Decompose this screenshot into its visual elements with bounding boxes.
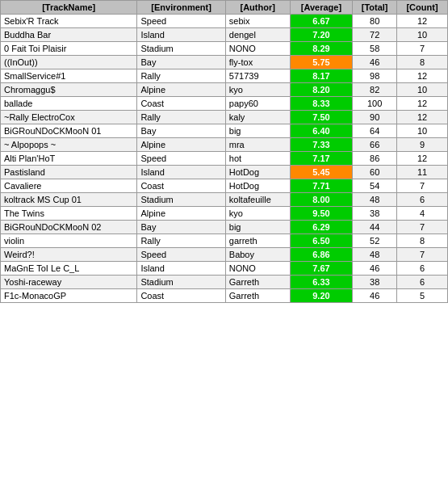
total: 98 [353, 69, 397, 83]
track-name: SmallService#1 [1, 69, 137, 83]
total: 72 [353, 28, 397, 42]
track-name: 0 Fait Toi Plaisir [1, 42, 137, 56]
author: papy60 [225, 97, 290, 111]
average: 5.75 [290, 56, 353, 69]
environment: Speed [137, 152, 225, 166]
column-header: [Total] [353, 1, 397, 15]
table-row: Alti Plan'HoTSpeedhot7.178612 [1, 152, 448, 166]
track-name: Buddha Bar [1, 28, 137, 42]
table-row: Weird?!SpeedBaboy6.86487 [1, 248, 448, 262]
average: 7.50 [290, 111, 353, 124]
table-row: The TwinsAlpinekyo9.50384 [1, 207, 448, 221]
environment: Alpine [137, 138, 225, 152]
table-row: Chromaggu$Alpinekyo8.208210 [1, 83, 448, 97]
average: 7.67 [290, 262, 353, 276]
environment: Stadium [137, 42, 225, 56]
count: 10 [397, 28, 448, 42]
table-row: ~Rally ElectroCoxRallykaly7.509012 [1, 111, 448, 124]
environment: Coast [137, 289, 225, 303]
author: Garreth [225, 276, 290, 289]
average: 6.50 [290, 234, 353, 248]
total: 44 [353, 221, 397, 234]
count: 7 [397, 221, 448, 234]
author: dengel [225, 28, 290, 42]
environment: Speed [137, 15, 225, 28]
average: 6.67 [290, 15, 353, 28]
count: 11 [397, 166, 448, 179]
table-row: ~ Alpopops ~Alpinemra7.33669 [1, 138, 448, 152]
table-row: koltrack MS Cup 01Stadiumkoltafeuille8.0… [1, 193, 448, 207]
track-name: koltrack MS Cup 01 [1, 193, 137, 207]
environment: Stadium [137, 193, 225, 207]
author: kyo [225, 207, 290, 221]
table-row: CavaliereCoastHotDog7.71547 [1, 179, 448, 193]
track-name: Sebix'R Track [1, 15, 137, 28]
table-row: BiGRouNDoCKMooN 02Baybig6.29447 [1, 221, 448, 234]
total: 38 [353, 276, 397, 289]
total: 64 [353, 124, 397, 138]
author: NONO [225, 42, 290, 56]
table-row: MaGnE ToI Le C_LIslandNONO7.67466 [1, 262, 448, 276]
track-name: Yoshi-raceway [1, 276, 137, 289]
author: 571739 [225, 69, 290, 83]
track-name: violin [1, 234, 137, 248]
author: Baboy [225, 248, 290, 262]
count: 6 [397, 262, 448, 276]
author: sebix [225, 15, 290, 28]
table-row: balladeCoastpapy608.3310012 [1, 97, 448, 111]
total: 66 [353, 138, 397, 152]
author: big [225, 221, 290, 234]
environment: Speed [137, 248, 225, 262]
total: 52 [353, 234, 397, 248]
table-row: F1c-MonacoGPCoastGarreth9.20465 [1, 289, 448, 303]
average: 6.33 [290, 276, 353, 289]
total: 80 [353, 15, 397, 28]
count: 7 [397, 42, 448, 56]
count: 10 [397, 124, 448, 138]
average: 6.40 [290, 124, 353, 138]
environment: Coast [137, 97, 225, 111]
environment: Bay [137, 124, 225, 138]
average: 7.17 [290, 152, 353, 166]
track-name: F1c-MonacoGP [1, 289, 137, 303]
author: HotDog [225, 166, 290, 179]
track-name: Cavaliere [1, 179, 137, 193]
author: kaly [225, 111, 290, 124]
count: 10 [397, 83, 448, 97]
table-row: violinRallygarreth6.50528 [1, 234, 448, 248]
column-header: [Author] [225, 1, 290, 15]
average: 9.50 [290, 207, 353, 221]
count: 4 [397, 207, 448, 221]
track-name: Weird?! [1, 248, 137, 262]
table-row: Sebix'R TrackSpeedsebix6.678012 [1, 15, 448, 28]
track-name: Pastisland [1, 166, 137, 179]
track-name: The Twins [1, 207, 137, 221]
count: 6 [397, 193, 448, 207]
total: 46 [353, 56, 397, 69]
environment: Island [137, 262, 225, 276]
track-name: ((InOut)) [1, 56, 137, 69]
table-row: BiGRouNDoCKMooN 01Baybig6.406410 [1, 124, 448, 138]
count: 12 [397, 97, 448, 111]
environment: Rally [137, 69, 225, 83]
author: koltafeuille [225, 193, 290, 207]
table-row: SmallService#1Rally5717398.179812 [1, 69, 448, 83]
count: 5 [397, 289, 448, 303]
total: 54 [353, 179, 397, 193]
count: 12 [397, 152, 448, 166]
average: 6.29 [290, 221, 353, 234]
count: 8 [397, 56, 448, 69]
environment: Alpine [137, 83, 225, 97]
count: 12 [397, 69, 448, 83]
average: 8.17 [290, 69, 353, 83]
track-name: BiGRouNDoCKMooN 01 [1, 124, 137, 138]
table-row: Yoshi-racewayStadiumGarreth6.33386 [1, 276, 448, 289]
table-row: PastislandIslandHotDog5.456011 [1, 166, 448, 179]
column-header: [Environment] [137, 1, 225, 15]
environment: Coast [137, 179, 225, 193]
author: Garreth [225, 289, 290, 303]
author: mra [225, 138, 290, 152]
author: garreth [225, 234, 290, 248]
total: 48 [353, 248, 397, 262]
average: 6.86 [290, 248, 353, 262]
